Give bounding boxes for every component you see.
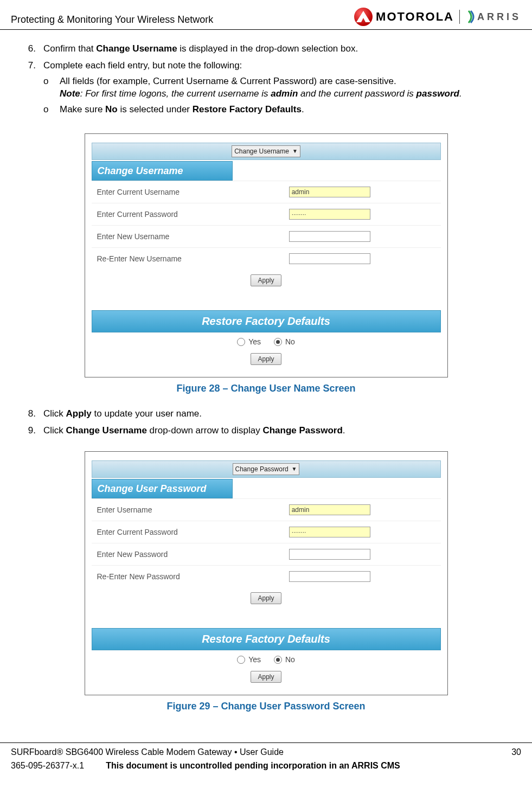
restore-yes-option[interactable]: Yes bbox=[237, 337, 261, 347]
restore-radio-group: Yes No bbox=[92, 332, 441, 348]
substep-bold: No bbox=[105, 104, 118, 114]
header-logos: MOTOROLA ARRIS bbox=[354, 8, 521, 26]
field-label: Enter Current Password bbox=[92, 521, 284, 543]
substep-text: Make sure bbox=[60, 104, 105, 114]
arris-wordmark: ARRIS bbox=[477, 10, 521, 23]
table-row: Enter New Password bbox=[92, 543, 441, 566]
restore-radio-group: Yes No bbox=[92, 650, 441, 666]
new-username-input[interactable] bbox=[289, 231, 370, 242]
radio-label: Yes bbox=[248, 337, 261, 347]
chevron-down-icon: ▼ bbox=[292, 148, 298, 155]
reenter-password-input[interactable] bbox=[289, 571, 370, 582]
step-text: Complete each field entry, but note the … bbox=[43, 60, 242, 71]
figure-caption: Figure 28 – Change User Name Screen bbox=[22, 382, 510, 395]
field-label: Enter Current Password bbox=[92, 203, 284, 225]
step-text: Click bbox=[43, 425, 66, 436]
step-text: Confirm that bbox=[43, 43, 96, 54]
section-header: Change User Password bbox=[92, 479, 233, 498]
substep-a: ο All fields (for example, Current Usern… bbox=[43, 75, 510, 100]
change-password-panel: Change Password ▼ Change User Password E… bbox=[85, 451, 448, 695]
step-bold: Change Password bbox=[262, 425, 342, 436]
field-label: Re-Enter New Password bbox=[92, 566, 284, 588]
note-label: Note bbox=[60, 88, 80, 99]
apply-button[interactable]: Apply bbox=[251, 671, 281, 683]
motorola-logo: MOTOROLA bbox=[354, 8, 454, 26]
dropdown-value: Change Username bbox=[234, 147, 289, 156]
radio-icon bbox=[237, 338, 245, 346]
step-text: . bbox=[343, 425, 345, 436]
substep-b: ο Make sure No is selected under Restore… bbox=[43, 104, 510, 116]
dropdown-value: Change Password bbox=[235, 465, 289, 473]
radio-icon bbox=[274, 656, 282, 664]
mode-dropdown[interactable]: Change Password ▼ bbox=[233, 463, 300, 475]
substep-text: is selected under bbox=[118, 104, 193, 114]
circle-bullet-icon: ο bbox=[43, 75, 53, 100]
current-password-input[interactable] bbox=[289, 209, 370, 220]
table-row: Enter New Username bbox=[92, 225, 441, 247]
step-9: 9. Click Change Username drop-down arrow… bbox=[22, 425, 510, 437]
arris-swoosh-icon bbox=[467, 10, 475, 24]
apply-button[interactable]: Apply bbox=[251, 353, 281, 365]
substep-text: . bbox=[302, 104, 304, 114]
footer-doc-id: 365-095-26377-x.1 bbox=[11, 760, 84, 772]
mode-bar: Change Password ▼ bbox=[92, 460, 441, 478]
table-row: Enter Current Password bbox=[92, 203, 441, 225]
step-number: 7. bbox=[22, 60, 36, 119]
field-label: Enter Current Username bbox=[92, 181, 284, 203]
step-number: 8. bbox=[22, 408, 36, 420]
step-8: 8. Click Apply to update your user name. bbox=[22, 408, 510, 420]
figure-29: Change Password ▼ Change User Password E… bbox=[85, 451, 448, 695]
circle-bullet-icon: ο bbox=[43, 104, 53, 116]
restore-header: Restore Factory Defaults bbox=[92, 628, 441, 650]
radio-icon bbox=[237, 656, 245, 664]
note-bold: password bbox=[416, 88, 459, 99]
note-bold: admin bbox=[271, 88, 298, 99]
step-text: Click bbox=[43, 408, 66, 419]
figure-caption: Figure 29 – Change User Password Screen bbox=[22, 700, 510, 713]
step-bold: Apply bbox=[66, 408, 92, 419]
field-label: Enter New Username bbox=[92, 225, 284, 247]
motorola-batwing-icon bbox=[354, 8, 373, 26]
page-content: 6. Confirm that Change Username is displ… bbox=[0, 30, 532, 742]
current-password-input[interactable] bbox=[289, 527, 370, 537]
arris-logo: ARRIS bbox=[459, 10, 521, 24]
username-form: Enter Current Username Enter Current Pas… bbox=[92, 181, 441, 270]
radio-label: No bbox=[285, 655, 295, 665]
footer-product: SURFboard® SBG6400 Wireless Cable Modem … bbox=[11, 746, 284, 758]
change-username-panel: Change Username ▼ Change Username Enter … bbox=[85, 133, 448, 377]
restore-no-option[interactable]: No bbox=[274, 337, 295, 347]
substep-bold: Restore Factory Defaults bbox=[193, 104, 302, 114]
mode-dropdown[interactable]: Change Username ▼ bbox=[232, 145, 300, 157]
footer-uncontrolled: This document is uncontrolled pending in… bbox=[106, 760, 400, 772]
current-username-input[interactable] bbox=[289, 187, 370, 197]
field-label: Re-Enter New Username bbox=[92, 247, 284, 270]
step-text: drop-down arrow to display bbox=[147, 425, 263, 436]
motorola-wordmark: MOTOROLA bbox=[376, 9, 454, 25]
radio-label: Yes bbox=[248, 655, 261, 665]
reenter-username-input[interactable] bbox=[289, 253, 370, 264]
table-row: Re-Enter New Username bbox=[92, 247, 441, 270]
step-number: 9. bbox=[22, 425, 36, 437]
figure-28: Change Username ▼ Change Username Enter … bbox=[85, 133, 448, 377]
username-input[interactable] bbox=[289, 504, 370, 515]
apply-button[interactable]: Apply bbox=[251, 592, 281, 604]
apply-button[interactable]: Apply bbox=[251, 274, 281, 286]
mode-bar: Change Username ▼ bbox=[92, 143, 441, 160]
section-title: Protecting & Monitoring Your Wireless Ne… bbox=[11, 13, 213, 26]
substep-text: All fields (for example, Current Usernam… bbox=[60, 76, 396, 86]
doc-footer: SURFboard® SBG6400 Wireless Cable Modem … bbox=[0, 742, 532, 782]
note-text: and the current password is bbox=[298, 88, 416, 99]
step-7: 7. Complete each field entry, but note t… bbox=[22, 60, 510, 119]
footer-page-number: 30 bbox=[511, 746, 521, 758]
chevron-down-icon: ▼ bbox=[292, 465, 297, 473]
restore-yes-option[interactable]: Yes bbox=[237, 655, 261, 665]
radio-icon bbox=[274, 338, 282, 346]
step-text: is displayed in the drop-down selection … bbox=[177, 43, 358, 54]
field-label: Enter New Password bbox=[92, 543, 284, 566]
table-row: Re-Enter New Password bbox=[92, 566, 441, 588]
table-row: Enter Username bbox=[92, 499, 441, 521]
new-password-input[interactable] bbox=[289, 549, 370, 560]
note-text: . bbox=[459, 88, 462, 99]
note-text: : For first time logons, the current use… bbox=[80, 88, 271, 99]
restore-no-option[interactable]: No bbox=[274, 655, 295, 665]
